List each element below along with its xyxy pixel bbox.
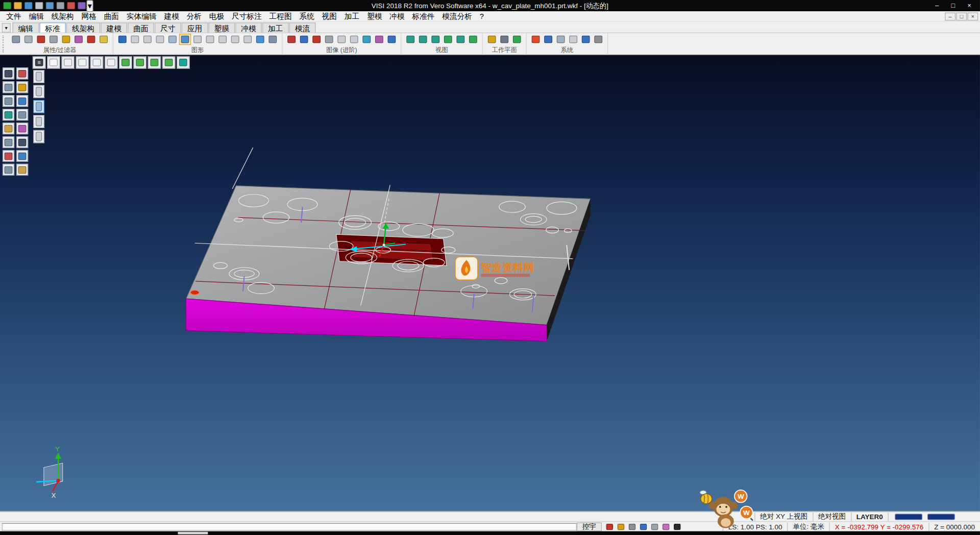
- arrow-cylinder-icon[interactable]: [361, 34, 373, 45]
- open-icon[interactable]: [13, 1, 22, 10]
- toolbar-tab[interactable]: 曲面: [128, 22, 154, 33]
- side-view-cube-icon[interactable]: [105, 56, 118, 68]
- menu-item[interactable]: 尺寸标注: [228, 10, 266, 22]
- color-grid-icon[interactable]: [530, 34, 542, 45]
- histogram-icon[interactable]: [298, 34, 310, 45]
- cylinder-hidden-line-icon[interactable]: [141, 34, 153, 45]
- snap-grid-icon[interactable]: [604, 523, 615, 531]
- a-badge-icon[interactable]: [672, 523, 682, 531]
- lock-icon[interactable]: [627, 523, 637, 531]
- layout-slot-5-icon[interactable]: [33, 130, 44, 143]
- view-pan-icon[interactable]: [417, 34, 429, 45]
- move-icon[interactable]: [3, 81, 14, 93]
- toolbar-tab[interactable]: 加工: [262, 22, 289, 33]
- 3d-viewport[interactable]: 智造资料网 Y X ≡: [0, 55, 980, 512]
- layers-icon[interactable]: [3, 123, 14, 134]
- ruler-icon[interactable]: [16, 109, 28, 120]
- iso-cube-green-3-icon[interactable]: [148, 56, 161, 68]
- filter-compass-icon[interactable]: [10, 34, 22, 45]
- delete-filter-icon[interactable]: [85, 34, 97, 45]
- menu-item[interactable]: 塑模: [363, 10, 386, 22]
- layout-icon[interactable]: [66, 1, 76, 10]
- stamp-icon[interactable]: [3, 150, 14, 162]
- shaded-cube-icon[interactable]: [177, 56, 190, 68]
- cylinder-edges-icon[interactable]: [204, 34, 216, 45]
- attribute-copy-icon[interactable]: [35, 34, 47, 45]
- scissors-icon[interactable]: [16, 67, 28, 79]
- toolbar-tab[interactable]: 线架构: [66, 22, 100, 33]
- magnet-icon[interactable]: [16, 164, 28, 176]
- blue-cube-icon[interactable]: [386, 34, 398, 45]
- filter-printer-icon[interactable]: [22, 34, 34, 45]
- box-section-icon[interactable]: [229, 34, 241, 45]
- toolbar-tab[interactable]: 标准: [39, 22, 66, 33]
- mdi-restore-button[interactable]: □: [956, 12, 967, 20]
- mdi-minimize-button[interactable]: –: [945, 12, 955, 20]
- menu-item[interactable]: 网格: [78, 10, 100, 22]
- compass-icon[interactable]: [3, 136, 14, 148]
- cylinder-xray-icon[interactable]: [191, 34, 203, 45]
- mdi-close-button[interactable]: ×: [967, 12, 978, 20]
- select-arrow-icon[interactable]: [3, 67, 14, 79]
- menu-item[interactable]: 电极: [205, 10, 228, 22]
- view-previous-icon[interactable]: [455, 34, 467, 45]
- quick-access-caret-icon[interactable]: ▾: [86, 0, 93, 12]
- menu-item[interactable]: 分析: [183, 10, 205, 22]
- blank-view-icon[interactable]: [47, 56, 60, 68]
- layout-slot-2-icon[interactable]: [33, 85, 44, 99]
- snap-grid-icon[interactable]: [267, 34, 279, 45]
- toolbar-grip[interactable]: [3, 35, 6, 53]
- workplane-edit-icon[interactable]: [486, 34, 498, 45]
- cylinder-lighting-icon[interactable]: [336, 34, 348, 45]
- settings-icon[interactable]: [580, 34, 592, 45]
- command-input[interactable]: [2, 523, 577, 530]
- menu-item[interactable]: 建模: [160, 10, 183, 22]
- view-zoom-icon[interactable]: [430, 34, 442, 45]
- toolbar-tab[interactable]: 塑膜: [209, 22, 235, 33]
- edit-nodes-icon[interactable]: [16, 95, 28, 107]
- menu-item[interactable]: ?: [476, 10, 487, 22]
- layout-slot-4-icon[interactable]: [33, 115, 44, 128]
- grid-snap-icon[interactable]: [3, 164, 14, 176]
- rotate-icon[interactable]: [3, 95, 14, 107]
- eraser-tool-icon[interactable]: [16, 123, 28, 134]
- capture-icon[interactable]: [77, 1, 86, 10]
- line-color-swatch[interactable]: [895, 514, 922, 520]
- view-orientation[interactable]: 绝对 XY 上视图: [754, 512, 813, 521]
- view-refresh-icon[interactable]: [467, 34, 479, 45]
- menu-item[interactable]: 视图: [318, 10, 340, 22]
- view-fit-icon[interactable]: [442, 34, 454, 45]
- lens-icon[interactable]: [323, 34, 335, 45]
- calculator-icon[interactable]: [567, 34, 579, 45]
- workplane-z-icon[interactable]: [511, 34, 523, 45]
- maximize-button[interactable]: □: [945, 1, 961, 11]
- toolbar-tab[interactable]: 冲模: [235, 22, 262, 33]
- palette-icon[interactable]: [660, 523, 671, 531]
- active-layer[interactable]: LAYER0: [851, 512, 888, 521]
- color-pencil-icon[interactable]: [60, 34, 72, 45]
- toolbar-tab[interactable]: 模流: [289, 22, 316, 33]
- cylinder-wireframe-icon[interactable]: [129, 34, 141, 45]
- slab-icon[interactable]: [593, 34, 604, 45]
- save-icon[interactable]: [24, 1, 33, 10]
- iso-cube-green-4-icon[interactable]: [162, 56, 176, 68]
- grid-icon[interactable]: [254, 34, 266, 45]
- menu-item[interactable]: 曲面: [100, 10, 122, 22]
- matrix-icon[interactable]: [555, 34, 567, 45]
- texture-icon[interactable]: [373, 34, 385, 45]
- cylinder-render-icon[interactable]: [179, 34, 191, 45]
- view-mode[interactable]: 绝对视图: [813, 512, 851, 521]
- menu-item[interactable]: 线架构: [47, 10, 78, 22]
- menu-item[interactable]: 模流分析: [438, 10, 476, 22]
- menu-item[interactable]: 系统: [296, 10, 318, 22]
- minimize-button[interactable]: –: [928, 1, 945, 11]
- toolbar-tab[interactable]: 尺寸: [155, 22, 181, 33]
- wire-cube-icon[interactable]: [61, 56, 75, 68]
- close-button[interactable]: ×: [961, 1, 977, 11]
- pencil-icon[interactable]: [16, 81, 28, 93]
- box-pair-icon[interactable]: [216, 34, 228, 45]
- eraser-icon[interactable]: [72, 34, 84, 45]
- snap-mid-icon[interactable]: [638, 523, 648, 531]
- fill-color-swatch[interactable]: [927, 514, 955, 520]
- menu-item[interactable]: 加工: [340, 10, 363, 22]
